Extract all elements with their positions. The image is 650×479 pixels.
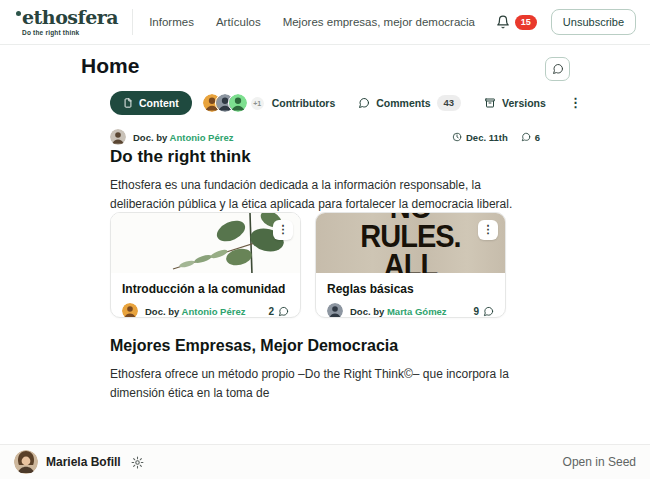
card-author-link[interactable]: Antonio Pérez bbox=[182, 306, 246, 317]
header-actions: 15 Unsubscribe bbox=[496, 9, 636, 35]
open-chat-button[interactable] bbox=[545, 57, 570, 81]
plant-illustration-icon bbox=[111, 213, 300, 273]
tab-contributors-label: Contributors bbox=[272, 97, 336, 109]
doc-heading: Do the right think bbox=[110, 147, 251, 167]
card-meta: Doc. by Marta Gómez 9 bbox=[327, 303, 494, 318]
tab-versions-label: Versions bbox=[502, 97, 546, 109]
poster-line: RULES. bbox=[316, 222, 505, 251]
app-window: ethosfera Do the right think Informes Ar… bbox=[0, 0, 650, 479]
author-avatar[interactable] bbox=[110, 129, 126, 145]
brand-tagline: Do the right think bbox=[22, 29, 118, 36]
settings-button[interactable] bbox=[131, 456, 144, 469]
comment-bubble-icon bbox=[358, 97, 370, 109]
doc-byline: Doc. by Antonio Pérez bbox=[110, 129, 233, 145]
clock-icon bbox=[452, 132, 462, 142]
page-title: Home bbox=[81, 54, 139, 78]
doc-comment-count-text: 6 bbox=[535, 132, 540, 143]
card-reglas-basicas[interactable]: NO RULES. ALL ⋮ Reglas básicas Doc. by M… bbox=[315, 212, 506, 318]
bell-icon bbox=[496, 15, 510, 29]
tab-content[interactable]: Content bbox=[110, 91, 192, 115]
section2-heading: Mejores Empresas, Mejor Democracia bbox=[110, 337, 398, 355]
card-kebab-icon[interactable]: ⋮ bbox=[273, 220, 293, 240]
doc-meta-right: Dec. 11th 6 bbox=[452, 132, 540, 143]
card-kebab-icon[interactable]: ⋮ bbox=[478, 220, 498, 240]
nav-item-articulos[interactable]: Artículos bbox=[216, 16, 261, 28]
card-byline: Doc. by Marta Gómez bbox=[350, 306, 447, 317]
card-author-avatar bbox=[122, 303, 138, 318]
poster-line: ALL bbox=[316, 251, 505, 273]
section2-paragraph: Ethosfera ofrece un método propio –Do th… bbox=[110, 365, 550, 402]
doc-author-link[interactable]: Antonio Pérez bbox=[170, 132, 234, 143]
toolbar-kebab-icon[interactable]: ⋮ bbox=[569, 100, 582, 107]
card-byline: Doc. by Antonio Pérez bbox=[145, 306, 245, 317]
doc-paragraph: Ethosfera es una fundación dedicada a la… bbox=[110, 176, 542, 213]
comments-count-badge: 43 bbox=[437, 95, 462, 111]
current-user-menu[interactable]: Mariela Bofill bbox=[14, 450, 144, 474]
byline-prefix: Doc. by bbox=[145, 306, 182, 317]
comment-bubble-icon bbox=[483, 306, 494, 317]
comment-bubble-icon bbox=[521, 132, 531, 142]
card-comment-count: 2 bbox=[268, 306, 289, 317]
versions-icon bbox=[484, 97, 496, 109]
nav-item-mejores-empresas[interactable]: Mejores empresas, mejor democracia bbox=[283, 16, 475, 28]
card-image-plant: ⋮ bbox=[111, 213, 300, 273]
tab-comments-label: Comments bbox=[376, 97, 430, 109]
comment-bubble-icon bbox=[278, 306, 289, 317]
doc-toolbar: Content +1 Contributors Comments 43 Vers… bbox=[110, 90, 550, 116]
logo-dot-icon bbox=[16, 11, 21, 16]
unsubscribe-button[interactable]: Unsubscribe bbox=[551, 9, 636, 35]
card-comment-count-text: 9 bbox=[473, 306, 479, 317]
doc-date-text: Dec. 11th bbox=[466, 132, 508, 143]
top-header: ethosfera Do the right think Informes Ar… bbox=[0, 0, 650, 45]
tab-content-label: Content bbox=[139, 97, 179, 109]
poster-text: NO RULES. ALL bbox=[316, 213, 505, 273]
user-avatar bbox=[14, 450, 38, 474]
brand-name: ethosfera bbox=[22, 8, 118, 27]
card-body: Reglas básicas Doc. by Marta Gómez 9 bbox=[316, 273, 505, 318]
open-in-seed-link[interactable]: Open in Seed bbox=[563, 455, 636, 469]
tab-versions[interactable]: Versions bbox=[484, 97, 546, 109]
contributor-avatars bbox=[202, 93, 241, 113]
card-comment-count: 9 bbox=[473, 306, 494, 317]
nav-item-informes[interactable]: Informes bbox=[149, 16, 194, 28]
byline-prefix: Doc. by bbox=[350, 306, 387, 317]
document-icon bbox=[123, 98, 133, 108]
doc-comment-count[interactable]: 6 bbox=[521, 132, 540, 143]
contributors-more-badge: +1 bbox=[251, 97, 264, 110]
card-author-link[interactable]: Marta Gómez bbox=[387, 306, 447, 317]
current-user-name: Mariela Bofill bbox=[46, 455, 121, 469]
gear-icon bbox=[131, 456, 144, 469]
notification-count-badge[interactable]: 15 bbox=[515, 15, 537, 30]
brand-logo[interactable]: ethosfera Do the right think bbox=[14, 8, 118, 36]
doc-meta-row: Doc. by Antonio Pérez Dec. 11th 6 bbox=[110, 129, 540, 145]
chat-icon bbox=[552, 63, 564, 75]
tab-comments[interactable]: Comments 43 bbox=[358, 95, 461, 111]
card-body: Introducción a la comunidad Doc. by Anto… bbox=[111, 273, 300, 318]
doc-byline-text: Doc. by Antonio Pérez bbox=[133, 132, 233, 143]
header-divider bbox=[132, 9, 133, 35]
card-author-avatar bbox=[327, 303, 343, 318]
card-meta: Doc. by Antonio Pérez 2 bbox=[122, 303, 289, 318]
card-title: Introducción a la comunidad bbox=[122, 282, 289, 296]
notifications-button[interactable]: 15 bbox=[496, 15, 537, 30]
bottom-bar: Mariela Bofill Open in Seed bbox=[0, 444, 650, 479]
avatar bbox=[228, 93, 248, 113]
card-image-no-rules-poster: NO RULES. ALL ⋮ bbox=[316, 213, 505, 273]
card-title: Reglas básicas bbox=[327, 282, 494, 296]
byline-prefix: Doc. by bbox=[133, 132, 170, 143]
tab-contributors[interactable]: +1 Contributors bbox=[202, 93, 336, 113]
doc-date: Dec. 11th bbox=[452, 132, 508, 143]
embedded-doc-cards: ⋮ Introducción a la comunidad Doc. by An… bbox=[110, 212, 506, 318]
card-introduccion[interactable]: ⋮ Introducción a la comunidad Doc. by An… bbox=[110, 212, 301, 318]
card-comment-count-text: 2 bbox=[268, 306, 274, 317]
main-nav: Informes Artículos Mejores empresas, mej… bbox=[149, 16, 475, 28]
